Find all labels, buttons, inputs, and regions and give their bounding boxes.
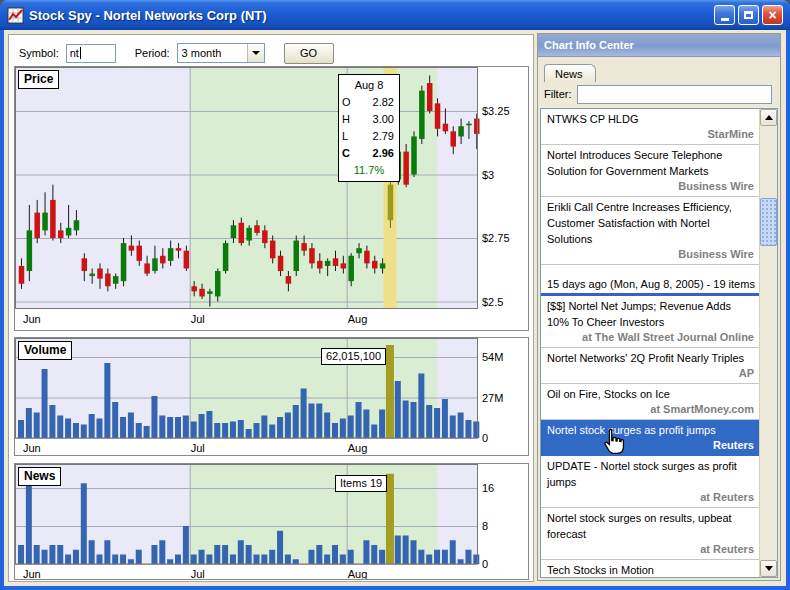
- svg-text:27M: 27M: [482, 392, 503, 404]
- news-item-source: Reuters: [547, 438, 757, 453]
- window-title: Stock Spy - Nortel Networks Corp (NT): [29, 8, 714, 23]
- svg-text:$3: $3: [482, 169, 494, 181]
- titlebar[interactable]: Stock Spy - Nortel Networks Corp (NT) ×: [0, 0, 790, 30]
- news-item-source: StarMine: [547, 127, 757, 142]
- tab-bar: News: [538, 57, 780, 82]
- news-item-title: Tech Stocks in Motion: [547, 562, 757, 577]
- window-content: Symbol: nt Period: 3 month GO $3.25$3$2.…: [4, 30, 786, 586]
- tooltip-date: Aug 8: [342, 77, 396, 94]
- svg-text:54M: 54M: [482, 351, 503, 363]
- tooltip-open: 2.82: [355, 94, 396, 111]
- svg-text:Jun: Jun: [23, 313, 41, 325]
- svg-text:Jul: Jul: [191, 442, 205, 454]
- tooltip-low: 2.79: [355, 128, 396, 145]
- svg-text:0: 0: [482, 558, 488, 570]
- arrow-up-icon: [765, 115, 773, 120]
- scroll-down-button[interactable]: [760, 560, 777, 577]
- hand-cursor-icon: [599, 427, 625, 457]
- chart-toolbar: Symbol: nt Period: 3 month GO: [19, 42, 334, 64]
- maximize-button[interactable]: [738, 5, 759, 25]
- news-item-title: Nortel stock surges as profit jumps: [547, 422, 757, 438]
- news-item-title: NTWKS CP HLDG: [547, 111, 757, 127]
- volume-plot[interactable]: 54M27M0JunJulAug: [15, 338, 528, 455]
- news-chart-tooltip: Items 19: [335, 475, 387, 492]
- news-item-title: Nortel Networks' 2Q Profit Nearly Triple…: [547, 350, 757, 366]
- news-item-title: Nortel Introduces Secure Telephone Solut…: [547, 147, 757, 179]
- symbol-label: Symbol:: [19, 47, 59, 59]
- news-item-source: at SmartMoney.com: [547, 402, 757, 417]
- chevron-down-icon[interactable]: [247, 44, 264, 62]
- news-item-title: Oil on Fire, Stocks on Ice: [547, 386, 757, 402]
- tooltip-change-pct: 11.7%: [342, 162, 396, 179]
- news-chart-label: News: [18, 467, 61, 486]
- news-item[interactable]: Nortel Introduces Secure Telephone Solut…: [541, 145, 760, 197]
- news-item[interactable]: UPDATE - Nortel stock surges as profit j…: [541, 456, 760, 508]
- svg-text:Jun: Jun: [23, 442, 41, 454]
- scroll-up-button[interactable]: [760, 109, 777, 126]
- price-tooltip: Aug 8 O2.82 H3.00 L2.79 C2.96 11.7%: [338, 74, 400, 182]
- news-chart: 1680JunJulAug News Items 19: [14, 463, 529, 580]
- tooltip-high: 3.00: [355, 111, 396, 128]
- svg-text:Aug: Aug: [348, 568, 368, 579]
- news-item-source: AP: [547, 366, 757, 381]
- symbol-input[interactable]: nt: [66, 44, 116, 63]
- news-item[interactable]: Oil on Fire, Stocks on Iceat SmartMoney.…: [541, 384, 760, 420]
- minimize-button[interactable]: [714, 5, 735, 25]
- scrollbar-thumb[interactable]: [760, 198, 777, 246]
- period-label: Period:: [135, 47, 170, 59]
- scrollbar-track[interactable]: [760, 126, 777, 560]
- news-rows: NTWKS CP HLDGStarMineNortel Introduces S…: [541, 109, 760, 577]
- app-window: Stock Spy - Nortel Networks Corp (NT) × …: [0, 0, 790, 590]
- news-item-title: Erikli Call Centre Increases Efficiency,…: [547, 199, 757, 247]
- news-list: NTWKS CP HLDGStarMineNortel Introduces S…: [540, 108, 778, 578]
- app-icon: [7, 7, 24, 24]
- news-item-source: Business Wire: [547, 179, 757, 194]
- svg-text:0: 0: [482, 432, 488, 444]
- news-plot[interactable]: 1680JunJulAug: [15, 464, 528, 579]
- filter-label: Filter:: [544, 88, 572, 100]
- volume-tooltip: 62,015,100: [321, 348, 386, 365]
- go-button[interactable]: GO: [284, 43, 334, 64]
- news-item[interactable]: Tech Stocks in Motion: [541, 560, 760, 577]
- svg-text:$2.5: $2.5: [482, 296, 503, 308]
- info-panel-header: Chart Info Center: [538, 34, 780, 57]
- tooltip-close: 2.96: [355, 145, 396, 162]
- info-panel: Chart Info Center News Filter: NTWKS CP …: [537, 33, 781, 581]
- svg-text:Jul: Jul: [191, 568, 205, 579]
- news-item[interactable]: Nortel stock surges on results, upbeat f…: [541, 508, 760, 560]
- volume-chart-label: Volume: [18, 341, 72, 360]
- svg-text:Jul: Jul: [191, 313, 205, 325]
- svg-text:16: 16: [482, 482, 494, 494]
- volume-chart: 54M27M0JunJulAug Volume 62,015,100: [14, 337, 529, 456]
- svg-text:Aug: Aug: [348, 442, 368, 454]
- news-item-title: UPDATE - Nortel stock surges as profit j…: [547, 458, 757, 490]
- news-item-selected[interactable]: Nortel stock surges as profit jumpsReute…: [541, 420, 760, 456]
- news-item-source: Business Wire: [547, 247, 757, 262]
- news-item-title: [$$] Nortel Net Jumps; Revenue Adds 10% …: [547, 298, 757, 330]
- news-item-source: at Reuters: [547, 542, 757, 557]
- filter-input[interactable]: [577, 85, 773, 104]
- news-item[interactable]: Nortel Networks' 2Q Profit Nearly Triple…: [541, 348, 760, 384]
- news-item-source: at Reuters: [547, 490, 757, 505]
- news-item-source: at The Wall Street Journal Online: [547, 330, 757, 345]
- news-item[interactable]: [$$] Nortel Net Jumps; Revenue Adds 10% …: [541, 296, 760, 348]
- date-header: 15 days ago (Mon, Aug 8, 2005) - 19 item…: [541, 265, 760, 296]
- chart-panel: Symbol: nt Period: 3 month GO $3.25$3$2.…: [8, 34, 534, 582]
- filter-row: Filter:: [538, 82, 780, 106]
- price-plot[interactable]: $3.25$3$2.75$2.5JunJulAug: [15, 67, 528, 330]
- svg-text:$3.25: $3.25: [482, 105, 510, 117]
- news-scrollbar[interactable]: [759, 109, 777, 577]
- svg-text:$2.75: $2.75: [482, 232, 510, 244]
- news-item[interactable]: NTWKS CP HLDGStarMine: [541, 109, 760, 145]
- price-chart: $3.25$3$2.75$2.5JunJulAug Price Aug 8 O2…: [14, 66, 529, 331]
- text-caret: [80, 47, 81, 59]
- arrow-down-icon: [765, 566, 773, 571]
- svg-text:8: 8: [482, 520, 488, 532]
- tab-news[interactable]: News: [544, 64, 596, 82]
- news-item[interactable]: Erikli Call Centre Increases Efficiency,…: [541, 197, 760, 265]
- period-select[interactable]: 3 month: [177, 43, 265, 63]
- svg-text:Jun: Jun: [23, 568, 41, 579]
- svg-text:Aug: Aug: [348, 313, 368, 325]
- news-item-title: Nortel stock surges on results, upbeat f…: [547, 510, 757, 542]
- close-button[interactable]: ×: [762, 5, 783, 25]
